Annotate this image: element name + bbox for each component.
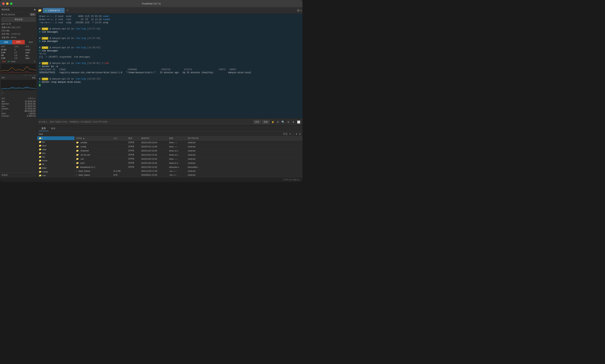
file-tree-item[interactable]: 📁 boot <box>37 144 74 147</box>
folder-icon: 📁 <box>76 149 79 152</box>
history-button[interactable]: 历史 <box>253 120 261 124</box>
file-tree-item[interactable]: 📁 media <box>37 170 74 174</box>
folder-icon: 📁 <box>76 141 79 144</box>
window-title: FinalShell 3.9.7.6 <box>142 2 161 5</box>
ip-row: IP 172.16.0.14 复制 <box>0 12 37 17</box>
gear-icon[interactable]: ⚙ <box>286 120 290 124</box>
terminal-line: drwxr-x---. 2 sssd sssd 4096 11月 25 03:3… <box>39 15 301 18</box>
file-user: root/root <box>188 141 210 144</box>
options-button[interactable]: 选项 <box>262 120 269 124</box>
file-list-row[interactable]: 📁 certs 文件夹 2022/11/03 10:31 drwxr-xr-x … <box>75 161 303 165</box>
copy-ip-button[interactable]: 复制 <box>30 13 36 16</box>
close-button[interactable] <box>2 2 5 5</box>
tab-dot <box>45 10 47 11</box>
upload-icon[interactable]: ⬆ <box>296 133 297 135</box>
folder-icon: 📁 <box>76 154 79 156</box>
expand-icon[interactable]: ⬜ <box>296 120 301 124</box>
copy-icon[interactable]: ⧉ <box>276 120 280 124</box>
terminal-area[interactable]: drwxr-x---. 2 sssd sssd 4096 11月 25 03:3… <box>37 14 303 118</box>
disk-size: 31.3G/31.3G <box>25 100 36 103</box>
grid-icon[interactable]: ⊞ <box>297 9 299 12</box>
file-list: 文件名 ▲ 大小 类型 修改时间 权限 用户/用户组 📁 .ansible 文件… <box>75 136 303 178</box>
file-tree-label: media <box>42 171 48 173</box>
folder-icon[interactable]: 📁 <box>38 9 42 12</box>
file-tree-item[interactable]: 📁 mnt <box>37 174 74 177</box>
search-icon[interactable]: 🔍 <box>281 120 285 124</box>
swap-detail: 8M/4G <box>11 37 16 39</box>
advanced-link[interactable]: 高级版 <box>0 172 37 178</box>
terminal-line: # root @ manyun:ops-14 in /var/log [14:5… <box>39 62 301 65</box>
disk-row: /dev/shm 31.3G/31.3G <box>0 103 37 105</box>
net-down: ↓9K <box>7 61 10 63</box>
file-tree-item[interactable]: 📁 home <box>37 159 74 162</box>
file-list-row[interactable]: 📁 .ansible 文件夹 2022/11/03 10:24 drwx----… <box>75 141 303 144</box>
net-up: ↑63K <box>1 61 6 63</box>
file-tree-item[interactable]: 📁 data <box>37 147 74 151</box>
file-list-row[interactable]: ▪ .bash_history 11.4 KB 2021/11/29 17:49… <box>75 169 303 173</box>
file-list-row[interactable]: ▪ .bash_logout 18 B 2019/05/11 23:33 -rw… <box>75 173 303 177</box>
file-user: root/root <box>188 162 210 164</box>
file-path-input[interactable] <box>39 133 282 135</box>
tab-cmd[interactable]: 命令 <box>25 40 37 44</box>
tab-commands[interactable]: 命令 <box>48 126 58 131</box>
terminal-line: [1] + 1619971 suspended vim messages <box>39 55 301 59</box>
file-list-row[interactable]: 📁 .oh-my-zsh 文件夹 2021/12/10 14:31 drwxr-… <box>75 153 303 157</box>
file-perm: drwx------ <box>169 141 188 144</box>
disk-header: 路径 可用/大小 <box>0 97 37 100</box>
file-list-row[interactable]: 📁 .finalshell 文件夹 2022/11/24 16:35 drwxr… <box>75 149 303 153</box>
terminal-line: █ <box>39 84 301 87</box>
mem-detail: 1.9G/62.6G <box>11 33 21 35</box>
file-tree-item[interactable]: 📁 / <box>37 136 74 140</box>
minimize-button[interactable] <box>6 2 9 5</box>
tab-cpu[interactable]: CPU <box>12 40 25 44</box>
latency-chart <box>1 80 36 90</box>
tab-add-button[interactable]: + <box>65 8 70 12</box>
terminal-line: # root @ manyun:ops-14 in /var/log [15:0… <box>39 78 301 81</box>
file-manager: 历史 ↻ ↑ ⬆ ⬇ 📁 /📁 bin📁 boot📁 <box>37 132 303 178</box>
process-row: 6.6M 1.3 sshd <box>0 57 37 59</box>
file-date: 2021/11/29 17:49 <box>141 170 169 172</box>
load-stat: 负载 4.59, 4.62, 4.71 <box>0 26 37 29</box>
file-type: 文件夹 <box>128 153 141 156</box>
terminal-line <box>39 43 301 46</box>
file-tree-item[interactable]: 📁 etc <box>37 155 74 159</box>
terminal-line: CONTAINER ID IMAGE COMMAND CREATED STATU… <box>39 68 301 71</box>
lightning-icon[interactable]: ⚡ <box>270 120 275 124</box>
uptime-label: 运行 12 天 <box>1 23 11 25</box>
file-list-row[interactable]: 📁 .config 文件夹 2022/07/12 12:05 drwx-----… <box>75 144 303 149</box>
file-perm: drwxrwxr-x <box>169 166 188 168</box>
disk-path: /dev <box>1 100 13 103</box>
file-tree-item[interactable]: 📁 lib64 <box>37 166 74 170</box>
download-icon[interactable]: ⬇ <box>292 120 295 124</box>
folder-icon: 📁 <box>76 166 79 169</box>
file-content: 📁 /📁 bin📁 boot📁 data📁 dev📁 etc📁 home📁 li <box>37 136 303 178</box>
folder-icon-sm: 📁 <box>39 156 41 158</box>
tab-mem[interactable]: 内存 <box>0 40 12 44</box>
file-list-row[interactable]: 📁 .ssh 文件夹 2022/11/03 10:23 drwx------ r… <box>75 157 303 161</box>
history-icon[interactable]: 历史 <box>283 132 288 136</box>
refresh-icon[interactable]: ↻ <box>289 133 291 135</box>
proc-name: tuned <box>25 49 37 51</box>
file-size: 18 B <box>113 174 128 176</box>
disk-size: 381G/440.9G <box>25 110 36 112</box>
up-icon[interactable]: ↑ <box>293 133 294 135</box>
tab-close-icon[interactable]: × <box>61 9 62 12</box>
maximize-button[interactable] <box>10 2 13 5</box>
file-tree-item[interactable]: 📁 dev <box>37 151 74 155</box>
disk-col-size: 可用/大小 <box>27 97 36 100</box>
col-user: 用户/用户组 <box>188 137 210 140</box>
file-user: root/root <box>188 150 210 152</box>
sys-info-button[interactable]: 系统信息 <box>1 17 36 22</box>
file-tree-label: / <box>42 137 43 139</box>
file-user: root/root <box>188 170 210 172</box>
more-icon[interactable]: ⬇ <box>299 133 301 135</box>
command-input[interactable] <box>39 121 253 123</box>
file-type: 文件夹 <box>128 166 141 169</box>
file-tree-item[interactable]: 📁 bin <box>37 140 74 144</box>
menu-icon[interactable]: ≡ <box>300 9 302 12</box>
file-tree-item[interactable]: 📁 lib <box>37 162 74 166</box>
right-panel: 📁 1 dclocal-14 × + ⊞ ≡ drwxr-x---. 2 sss… <box>37 7 303 178</box>
tab-files[interactable]: 文件 <box>39 126 48 131</box>
tab-dclocal[interactable]: 1 dclocal-14 × <box>43 8 65 13</box>
file-list-row[interactable]: 📁 keepalived-2.2.1 文件夹 2022/11/03 10:32 … <box>75 165 303 169</box>
